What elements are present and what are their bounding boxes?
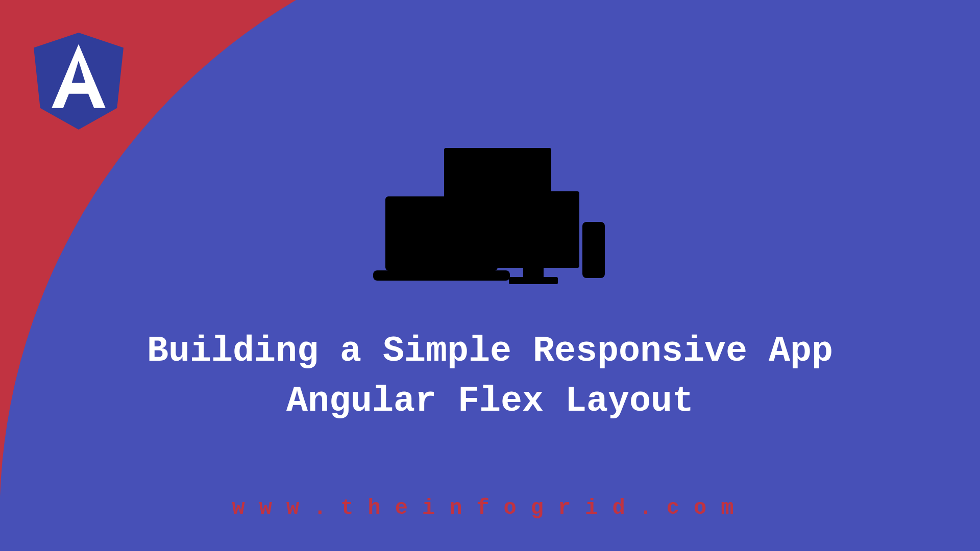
- angular-logo-icon: [33, 33, 125, 130]
- svg-rect-8: [373, 270, 510, 281]
- svg-rect-7: [385, 196, 498, 270]
- banner-canvas: Building a Simple Responsive App Angular…: [0, 0, 980, 551]
- svg-rect-9: [582, 222, 605, 278]
- title-line-2: Angular Flex Layout: [0, 377, 980, 427]
- banner-title: Building a Simple Responsive App Angular…: [0, 327, 980, 427]
- title-line-1: Building a Simple Responsive App: [0, 327, 980, 377]
- svg-rect-6: [509, 277, 558, 284]
- svg-rect-4: [487, 191, 579, 268]
- footer-url: www.theinfogrid.com: [0, 496, 980, 520]
- responsive-devices-icon: [370, 148, 610, 291]
- svg-rect-5: [523, 268, 544, 277]
